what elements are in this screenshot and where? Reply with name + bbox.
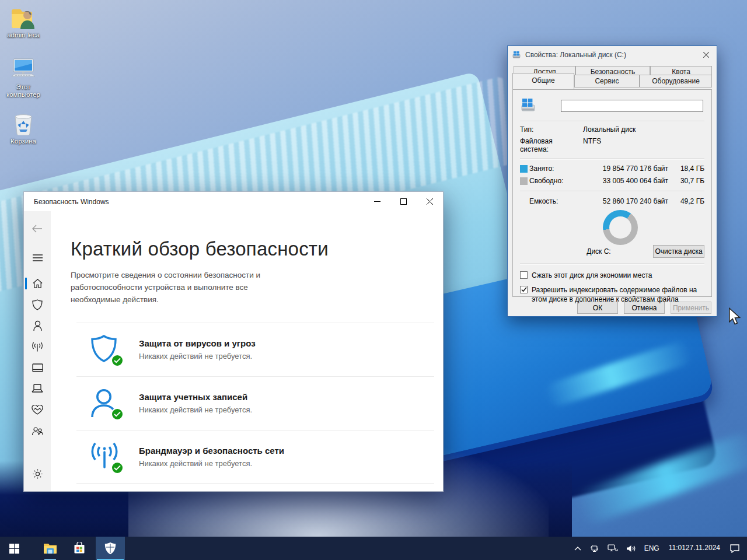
time: 11:01 <box>669 544 686 553</box>
used-color-swatch <box>520 165 528 173</box>
sidebar-item-app-browser-control[interactable] <box>24 357 51 378</box>
used-label: Занято: <box>529 164 585 173</box>
dialog-title: Свойства: Локальный диск (C:) <box>525 51 697 59</box>
tab-strip: Доступ Безопасность Квота Общие Сервис О… <box>512 66 712 92</box>
disk-icon <box>512 51 522 59</box>
this-pc-icon <box>1 57 46 81</box>
settings-gear-icon[interactable] <box>24 463 51 484</box>
capacity-bytes: 52 860 170 240 байт <box>585 197 668 205</box>
volume-label-input[interactable] <box>561 100 703 112</box>
virus-protection-shield-icon <box>90 334 120 365</box>
status-ok-badge <box>111 354 124 367</box>
security-shield-icon <box>104 542 116 555</box>
tab-tools[interactable]: Сервис <box>574 75 640 88</box>
disk-usage-donut-chart <box>603 210 638 245</box>
status-ok-badge <box>111 461 124 474</box>
windows-logo-icon <box>9 544 19 554</box>
capacity-size: 49,2 ГБ <box>668 197 704 205</box>
free-color-swatch <box>520 177 528 185</box>
windows-security-window: Безопасность Windows <box>23 191 444 492</box>
capacity-label: Емкость: <box>529 197 585 205</box>
date: 27.11.2024 <box>686 544 720 553</box>
dialog-titlebar[interactable]: Свойства: Локальный диск (C:) <box>508 46 717 64</box>
disk-properties-dialog: Свойства: Локальный диск (C:) Доступ Без… <box>507 46 717 317</box>
tray-volume-icon[interactable] <box>623 537 640 560</box>
item-status: Никаких действий не требуется. <box>139 459 284 468</box>
item-title: Защита учетных записей <box>139 392 252 402</box>
menu-hamburger-icon[interactable] <box>24 247 51 268</box>
maximize-button[interactable] <box>390 192 417 211</box>
mouse-cursor <box>728 307 741 328</box>
used-bytes: 19 854 770 176 байт <box>585 164 668 173</box>
system-tray: ENG 11:01 27.11.2024 <box>571 537 747 560</box>
account-protection-person-icon <box>90 388 120 418</box>
taskbar-windows-security[interactable] <box>96 537 125 560</box>
desktop-icon-this-pc[interactable]: Этот компьютер <box>1 57 46 99</box>
security-window-title: Безопасность Windows <box>24 198 364 206</box>
compress-checkbox-label: Сжать этот диск для экономии места <box>532 271 652 280</box>
start-button[interactable] <box>0 537 28 560</box>
type-value: Локальный диск <box>583 125 636 134</box>
used-size: 18,4 ГБ <box>668 164 704 173</box>
tray-chevron-up-icon[interactable] <box>571 537 585 560</box>
filesystem-value: NTFS <box>583 137 601 153</box>
file-explorer-icon <box>43 542 57 554</box>
index-checkbox-label: Разрешить индексировать содержимое файло… <box>532 285 704 304</box>
sidebar-item-virus-protection[interactable] <box>24 294 51 315</box>
firewall-network-icon <box>90 442 120 472</box>
list-item-firewall[interactable]: Брандмауэр и безопасность сети Никаких д… <box>76 430 434 484</box>
tray-display-status-icon[interactable] <box>586 537 603 560</box>
compress-checkbox-row[interactable]: Сжать этот диск для экономии места <box>520 271 704 280</box>
free-bytes: 33 005 400 064 байт <box>585 177 668 185</box>
back-button[interactable] <box>24 218 51 239</box>
language-indicator[interactable]: ENG <box>641 537 663 560</box>
item-status: Никаких действий не требуется. <box>139 352 256 360</box>
status-ok-badge <box>111 408 124 421</box>
sidebar-item-family-options[interactable] <box>24 420 51 441</box>
clock[interactable]: 11:01 27.11.2024 <box>664 537 725 560</box>
sidebar-item-firewall[interactable] <box>24 336 51 357</box>
minimize-button[interactable] <box>364 192 390 211</box>
sidebar-item-device-health[interactable] <box>24 399 51 420</box>
microsoft-store-icon <box>73 542 86 555</box>
free-size: 30,7 ГБ <box>668 177 704 185</box>
item-status: Никаких действий не требуется. <box>139 405 252 414</box>
user-folder-icon <box>1 5 46 29</box>
wallpaper-glow-streak <box>572 429 747 527</box>
sidebar-item-home[interactable] <box>24 273 51 294</box>
type-label: Тип: <box>520 125 583 134</box>
desktop-icon-label: admin leca <box>1 32 46 39</box>
item-title: Защита от вирусов и угроз <box>139 338 256 348</box>
sidebar-item-account-protection[interactable] <box>24 315 51 336</box>
security-sidebar <box>24 211 51 491</box>
close-button[interactable] <box>417 192 443 211</box>
drive-icon <box>520 98 537 113</box>
security-titlebar[interactable]: Безопасность Windows <box>24 192 443 211</box>
security-status-list: Защита от вирусов и угроз Никаких действ… <box>76 323 434 484</box>
action-center-icon[interactable] <box>726 537 743 560</box>
tray-network-icon[interactable] <box>604 537 622 560</box>
page-subtitle: Просмотрите сведения о состоянии безопас… <box>71 270 299 306</box>
taskbar: ENG 11:01 27.11.2024 <box>0 537 747 560</box>
wallpaper-glow-streak <box>543 339 694 409</box>
tab-general[interactable]: Общие <box>512 73 574 89</box>
compress-checkbox[interactable] <box>520 271 528 279</box>
filesystem-label: Файловая система: <box>520 137 583 153</box>
tab-hardware[interactable]: Оборудование <box>640 75 712 88</box>
list-item-account-protection[interactable]: Защита учетных записей Никаких действий … <box>76 376 434 430</box>
recycle-bin-icon <box>1 111 46 135</box>
taskbar-microsoft-store[interactable] <box>65 537 93 560</box>
desktop-icon-label: Корзина <box>1 138 46 145</box>
security-content: Краткий обзор безопасности Просмотрите с… <box>51 211 443 491</box>
index-checkbox-row[interactable]: Разрешить индексировать содержимое файло… <box>520 285 704 304</box>
desktop-icon-recycle-bin[interactable]: Корзина <box>1 111 46 145</box>
taskbar-file-explorer[interactable] <box>36 537 64 560</box>
index-checkbox[interactable] <box>520 286 528 293</box>
page-title: Краткий обзор безопасности <box>71 238 443 260</box>
dialog-close-icon[interactable] <box>697 47 715 62</box>
desktop-icon-user-folder[interactable]: admin leca <box>1 5 46 39</box>
sidebar-item-device-security[interactable] <box>24 378 51 399</box>
desktop-icon-label: Этот компьютер <box>1 83 46 99</box>
free-label: Свободно: <box>529 177 585 185</box>
list-item-virus-protection[interactable]: Защита от вирусов и угроз Никаких действ… <box>76 323 434 376</box>
